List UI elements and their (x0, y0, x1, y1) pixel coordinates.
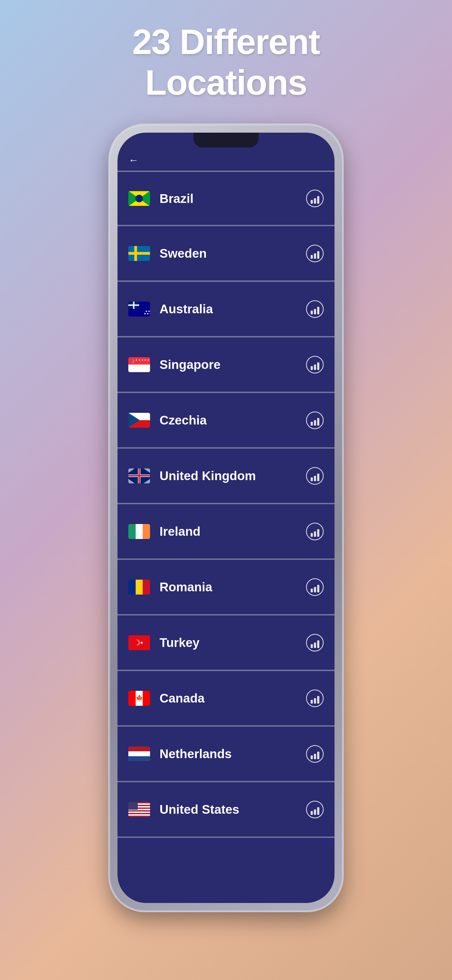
country-name: Romania (159, 580, 306, 594)
flag-romania (128, 580, 150, 595)
notch (193, 133, 259, 148)
flag-brazil (128, 191, 150, 206)
list-item[interactable]: United Kingdom (118, 449, 334, 504)
country-name: Netherlands (159, 746, 306, 761)
country-name: Australia (159, 302, 306, 316)
list-item[interactable]: Czechia (118, 393, 334, 449)
signal-icon (306, 745, 324, 763)
country-name: Canada (159, 691, 306, 705)
signal-icon (306, 801, 324, 818)
signal-icon (306, 689, 324, 707)
country-name: Singapore (159, 357, 306, 372)
flag-sweden (128, 246, 150, 261)
signal-icon (306, 467, 324, 485)
flag-australia (128, 302, 150, 317)
flag-us (128, 802, 150, 817)
signal-icon (306, 412, 324, 429)
flag-canada: 🍁 (128, 691, 150, 706)
flag-singapore: ☽ ✦ ✦ ✦ ✦ ✦ (128, 357, 150, 372)
signal-icon (306, 523, 324, 540)
list-item[interactable]: Romania (118, 560, 334, 616)
list-item[interactable]: ☽ ✦ ✦ ✦ ✦ ✦ Singapore (118, 337, 334, 393)
country-name: Sweden (159, 246, 306, 261)
phone-wrapper: ← Brazil Sweden (109, 124, 343, 911)
flag-ireland (128, 524, 150, 539)
signal-icon (306, 578, 324, 596)
signal-icon (306, 245, 324, 262)
country-name: Czechia (159, 413, 306, 428)
list-item[interactable]: Ireland (118, 504, 334, 560)
flag-czechia (128, 413, 150, 428)
country-name: Ireland (159, 524, 306, 539)
country-name: Brazil (159, 191, 306, 206)
list-item[interactable]: Australia (118, 282, 334, 337)
page-title: 23 Different Locations (49, 22, 403, 103)
signal-icon (306, 634, 324, 652)
flag-uk (128, 468, 150, 484)
signal-icon (306, 300, 324, 318)
list-item[interactable]: Sweden (118, 226, 334, 282)
list-item[interactable]: Turkey (118, 616, 334, 671)
signal-icon (306, 356, 324, 374)
signal-icon (306, 189, 324, 207)
back-button[interactable]: ← (128, 154, 138, 166)
country-name: Turkey (159, 635, 306, 650)
country-name: United States (159, 802, 306, 817)
flag-turkey (128, 635, 150, 650)
list-item[interactable]: Netherlands (118, 727, 334, 782)
list-item[interactable]: United States (118, 782, 334, 838)
phone-screen: ← Brazil Sweden (118, 133, 334, 903)
flag-netherlands (128, 746, 150, 761)
list-item[interactable]: Brazil (118, 170, 334, 226)
country-name: United Kingdom (159, 468, 306, 483)
list-item[interactable]: 🍁 Canada (118, 671, 334, 727)
country-list: Brazil Sweden (118, 170, 334, 903)
